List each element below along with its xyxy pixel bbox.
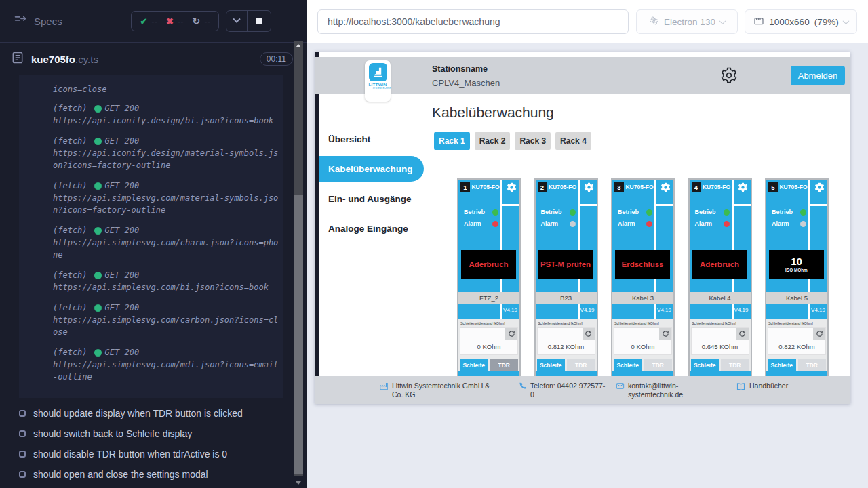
device-settings-icon[interactable] bbox=[583, 182, 595, 193]
footer-manuals[interactable]: Handbücher bbox=[736, 382, 788, 393]
spec-name: kue705fo.cy.ts bbox=[31, 54, 98, 65]
device-settings-icon[interactable] bbox=[737, 182, 749, 193]
nav-item[interactable]: Kabelüberwachung bbox=[319, 156, 424, 182]
log-entry[interactable]: (fetch)GET 200 https://api.iconify.desig… bbox=[53, 102, 280, 127]
scroll-down-arrow[interactable] bbox=[294, 477, 303, 488]
viewport-select[interactable]: 1000x660 (79%) bbox=[745, 9, 857, 34]
schleife-button[interactable]: Schleife bbox=[691, 359, 719, 371]
logout-button[interactable]: Abmelden bbox=[791, 66, 845, 85]
device-settings-icon[interactable] bbox=[506, 182, 517, 193]
log-entry[interactable]: (fetch)GET 200 https://api.simplesvg.com… bbox=[53, 346, 280, 383]
log-entry[interactable]: (fetch)GET 200 https://api.iconify.desig… bbox=[53, 135, 280, 171]
page-title: Kabelüberwachung bbox=[432, 104, 554, 121]
tdr-button[interactable]: TDR bbox=[490, 359, 519, 371]
company-name: Littwin Systemtechnik GmbH & Co. KG bbox=[392, 382, 502, 399]
schleife-button[interactable]: Schleife bbox=[614, 359, 642, 371]
manuals-link[interactable]: Handbücher bbox=[749, 382, 788, 390]
rack-tab[interactable]: Rack 1 bbox=[434, 132, 470, 150]
url-input[interactable] bbox=[317, 9, 629, 34]
specs-toggle[interactable]: Specs bbox=[14, 13, 62, 29]
electron-icon bbox=[649, 16, 659, 28]
log-entry[interactable]: (fetch)GET 200 https://api.simplesvg.com… bbox=[53, 302, 280, 338]
fetch-label: (fetch) bbox=[53, 224, 87, 237]
alarm-label: Alarm bbox=[772, 220, 789, 227]
log-entry-header: (fetch)GET 200 bbox=[53, 224, 280, 237]
refresh-button[interactable] bbox=[736, 328, 749, 340]
success-dot-icon bbox=[94, 105, 102, 113]
success-dot-icon bbox=[94, 138, 102, 145]
tdr-button[interactable]: TDR bbox=[644, 359, 673, 371]
station-name: CPLV4_Maschen bbox=[432, 78, 500, 88]
test-item[interactable]: should switch back to Schleife display bbox=[19, 424, 307, 444]
stop-button[interactable] bbox=[248, 18, 271, 24]
cable-name: Kabel 3 bbox=[612, 292, 673, 304]
scrollbar-thumb[interactable] bbox=[294, 195, 303, 474]
device-model-label: KÜ705-FO bbox=[625, 184, 654, 190]
firmware-version: V4.19 bbox=[734, 307, 749, 313]
scroll-up-arrow[interactable] bbox=[294, 41, 303, 51]
rack-tab[interactable]: Rack 2 bbox=[475, 132, 511, 150]
footer-company: Littwin Systemtechnik GmbH & Co. KG bbox=[379, 382, 502, 399]
device-settings-icon[interactable] bbox=[660, 182, 671, 193]
schleife-button[interactable]: Schleife bbox=[460, 359, 488, 371]
resistance-value: 0.812 KOhm bbox=[538, 343, 595, 350]
test-item[interactable]: should update display when TDR button is… bbox=[19, 403, 307, 424]
log-entry-header: (fetch)GET 200 bbox=[53, 269, 280, 281]
resistance-label: Schleifenwiderstand [kOhm] bbox=[614, 321, 652, 325]
tdr-button[interactable]: TDR bbox=[721, 359, 749, 371]
card-strip-divider bbox=[578, 204, 597, 206]
tdr-button[interactable]: TDR bbox=[798, 359, 827, 371]
device-number-badge: 3 bbox=[614, 182, 624, 192]
nav-item[interactable]: Übersicht bbox=[319, 124, 420, 154]
station-info: Stationsname CPLV4_Maschen bbox=[432, 64, 500, 88]
log-entry[interactable]: (fetch)GET 200 https://api.simplesvg.com… bbox=[53, 180, 280, 216]
browser-select[interactable]: Electron 130 bbox=[636, 9, 738, 34]
log-entry[interactable]: (fetch)GET 200 https://api.simplesvg.com… bbox=[53, 224, 280, 261]
spec-row[interactable]: kue705fo.cy.ts 00:11 bbox=[0, 43, 307, 75]
nav-item[interactable]: Analoge Eingänge bbox=[319, 214, 420, 243]
test-title: should disable TDR button when tdrActive… bbox=[33, 449, 227, 460]
fetch-label: (fetch) bbox=[53, 269, 87, 281]
rack-tab[interactable]: Rack 3 bbox=[515, 132, 551, 150]
littwin-logo: LITTWIN SYSTEMTECHNIK bbox=[365, 60, 391, 102]
test-item[interactable]: should disable TDR button when tdrActive… bbox=[19, 444, 307, 464]
collapse-all-button[interactable] bbox=[226, 18, 247, 24]
rack-tab[interactable]: Rack 4 bbox=[555, 132, 591, 150]
specs-label: Specs bbox=[34, 16, 62, 27]
viewport-size: 1000x660 bbox=[769, 17, 809, 27]
test-pending-icon bbox=[19, 471, 26, 478]
resistance-label: Schleifenwiderstand [kOhm] bbox=[460, 321, 498, 325]
display-value: PST-M prüfen bbox=[540, 260, 591, 268]
email-address[interactable]: kontakt@littwin-systemtechnik.de bbox=[628, 382, 693, 399]
refresh-button[interactable] bbox=[505, 328, 517, 340]
device-number-badge: 4 bbox=[692, 182, 701, 192]
log-entry-url: https://api.simplesvg.com/carbon.json?ic… bbox=[53, 314, 280, 338]
device-settings-icon[interactable] bbox=[814, 182, 825, 193]
test-item[interactable]: should open and close the settings modal bbox=[19, 464, 307, 485]
log-entries: (fetch)GET 200 https://api.iconify.desig… bbox=[53, 102, 280, 383]
settings-gear-icon[interactable] bbox=[720, 66, 738, 84]
resistance-readout: 0 KOhm bbox=[614, 327, 672, 355]
resistance-panel: Schleifenwiderstand [kOhm] 0 KOhm Schlei… bbox=[458, 319, 519, 371]
device-display: Aderbruch bbox=[692, 250, 747, 279]
nav-item[interactable]: Ein- und Ausgänge bbox=[319, 184, 420, 214]
resistance-label: Schleifenwiderstand [kOhm] bbox=[538, 321, 576, 325]
app-viewport: LITTWIN SYSTEMTECHNIK Stationsname CPLV4… bbox=[315, 52, 850, 404]
refresh-button[interactable] bbox=[659, 328, 671, 340]
stat-failed: ✖-- bbox=[166, 16, 184, 26]
schleife-button[interactable]: Schleife bbox=[768, 359, 796, 371]
phone-number: Telefon: 04402 972577-0 bbox=[530, 382, 606, 399]
refresh-button[interactable] bbox=[813, 328, 825, 340]
footer-email: kontakt@littwin-systemtechnik.de bbox=[616, 382, 693, 399]
schleife-button[interactable]: Schleife bbox=[537, 359, 566, 371]
resistance-label: Schleifenwiderstand [kOhm] bbox=[692, 321, 730, 325]
log-entry[interactable]: (fetch)GET 200 https://api.simplesvg.com… bbox=[53, 269, 280, 293]
spec-duration-badge: 00:11 bbox=[260, 52, 293, 66]
passed-count: -- bbox=[151, 16, 157, 26]
tdr-button[interactable]: TDR bbox=[567, 359, 595, 371]
runner-scrollbar[interactable] bbox=[294, 41, 303, 488]
resistance-panel: Schleifenwiderstand [kOhm] 0.812 KOhm Sc… bbox=[536, 319, 597, 371]
resistance-panel: Schleifenwiderstand [kOhm] 0.645 KOhm Sc… bbox=[690, 319, 751, 371]
command-log: icons=close (fetch)GET 200 https://api.i… bbox=[19, 75, 283, 398]
refresh-button[interactable] bbox=[583, 328, 595, 340]
